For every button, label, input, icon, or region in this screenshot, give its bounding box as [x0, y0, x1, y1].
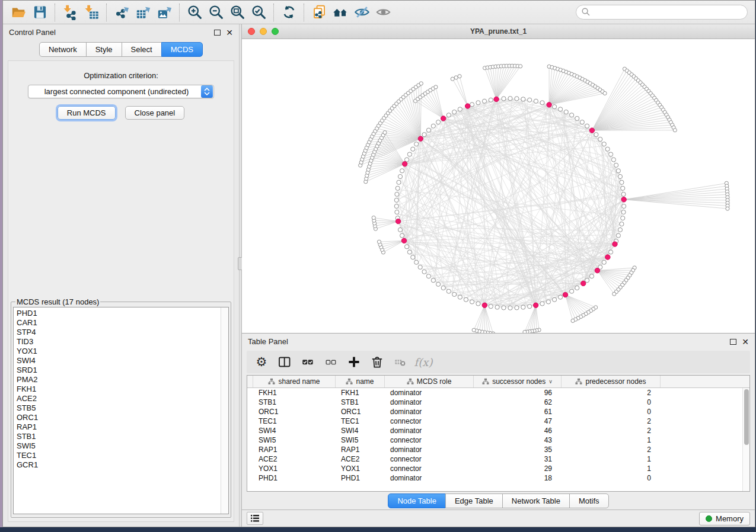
zoom-fit-button[interactable] — [227, 3, 248, 22]
tab-node-table[interactable]: Node Table — [388, 493, 446, 508]
tab-mcds[interactable]: MCDS — [161, 42, 203, 57]
cell-predecessor-nodes[interactable]: 2 — [562, 427, 661, 435]
table-row[interactable]: TEC1TEC1connector472 — [247, 416, 749, 426]
mcds-result-listbox[interactable]: PHD1CAR1STP4TID3YOX1SWI4SRD1PMA2FKH1ACE2… — [13, 307, 229, 514]
cell-predecessor-nodes[interactable]: 0 — [562, 408, 661, 416]
tab-style[interactable]: Style — [86, 42, 122, 57]
cell-predecessor-nodes[interactable]: 2 — [562, 417, 661, 425]
cell-shared-name[interactable]: YOX1 — [253, 464, 336, 473]
add-column-icon[interactable] — [345, 353, 363, 371]
cell-MCDS-role[interactable]: dominator — [385, 408, 474, 416]
table-row[interactable]: ORC1ORC1dominator610 — [247, 407, 749, 416]
cell-name[interactable]: PHD1 — [336, 474, 385, 482]
mcds-result-item[interactable]: ORC1 — [17, 413, 228, 422]
mcds-result-item[interactable]: YOX1 — [17, 347, 228, 356]
clone-network-button[interactable] — [308, 3, 330, 22]
column-header-shared-name[interactable]: shared name — [253, 376, 336, 387]
table-row[interactable]: SWI5SWI5connector431 — [247, 435, 749, 445]
cell-predecessor-nodes[interactable]: 0 — [562, 398, 661, 406]
cell-successor-nodes[interactable]: 43 — [474, 436, 562, 444]
save-session-button[interactable] — [29, 3, 50, 22]
cell-successor-nodes[interactable]: 61 — [474, 408, 562, 416]
cell-successor-nodes[interactable]: 18 — [474, 474, 562, 482]
mcds-result-item[interactable]: STB1 — [17, 432, 228, 441]
cell-shared-name[interactable]: SWI4 — [253, 427, 336, 435]
cell-shared-name[interactable]: PHD1 — [253, 474, 336, 482]
cell-successor-nodes[interactable]: 29 — [474, 464, 562, 473]
export-network-button[interactable] — [111, 3, 132, 22]
table-row[interactable]: RAP1RAP1dominator352 — [247, 445, 749, 454]
close-window-icon[interactable] — [248, 28, 255, 35]
export-image-button[interactable] — [154, 3, 175, 22]
mcds-list-scrollbar[interactable] — [221, 307, 228, 514]
cell-name[interactable]: TEC1 — [336, 417, 385, 425]
cell-name[interactable]: RAP1 — [336, 446, 385, 454]
cell-successor-nodes[interactable]: 96 — [474, 389, 562, 397]
show-all-button[interactable] — [372, 3, 394, 22]
mcds-result-item[interactable]: PHD1 — [17, 309, 228, 318]
cell-shared-name[interactable]: ORC1 — [253, 408, 336, 416]
cell-name[interactable]: STB1 — [336, 398, 385, 406]
column-header-successor-nodes[interactable]: successor nodes∨ — [474, 376, 562, 387]
cell-predecessor-nodes[interactable]: 1 — [562, 455, 661, 463]
mcds-result-item[interactable]: TEC1 — [17, 451, 228, 460]
tab-network-table[interactable]: Network Table — [502, 493, 570, 508]
float-panel-icon[interactable] — [214, 30, 221, 36]
table-scrollbar-thumb[interactable] — [744, 389, 749, 445]
cell-shared-name[interactable]: STB1 — [253, 398, 336, 406]
network-canvas[interactable] — [242, 39, 755, 333]
cell-name[interactable]: SWI4 — [336, 427, 385, 435]
cell-successor-nodes[interactable]: 47 — [474, 417, 562, 425]
maximize-window-icon[interactable] — [272, 28, 279, 35]
cell-name[interactable]: FKH1 — [336, 389, 385, 397]
cell-name[interactable]: YOX1 — [336, 464, 385, 473]
mcds-result-item[interactable]: SWI5 — [17, 441, 228, 451]
mcds-result-item[interactable]: SRD1 — [17, 366, 228, 375]
mcds-result-item[interactable]: SWI4 — [17, 356, 228, 366]
tab-network[interactable]: Network — [39, 42, 87, 57]
cell-MCDS-role[interactable]: dominator — [385, 427, 474, 435]
column-visibility-icon[interactable] — [276, 353, 294, 371]
run-mcds-button[interactable]: Run MCDS — [58, 106, 116, 120]
refresh-view-button[interactable] — [278, 3, 299, 22]
mcds-result-item[interactable]: TID3 — [17, 337, 228, 347]
cell-successor-nodes[interactable]: 31 — [474, 455, 562, 463]
zoom-out-button[interactable] — [205, 3, 227, 22]
table-scrollbar[interactable] — [742, 388, 749, 491]
select-all-rows-icon[interactable] — [299, 353, 317, 371]
zoom-in-button[interactable] — [184, 3, 205, 22]
first-neighbors-button[interactable] — [330, 3, 351, 22]
table-row[interactable]: FKH1FKH1dominator962 — [247, 388, 749, 398]
column-header-name[interactable]: name — [336, 376, 385, 387]
float-table-panel-icon[interactable] — [730, 339, 736, 345]
close-panel-button[interactable]: Close panel — [125, 106, 185, 120]
cell-MCDS-role[interactable]: dominator — [385, 474, 474, 482]
deselect-all-rows-icon[interactable] — [322, 353, 340, 371]
cell-MCDS-role[interactable]: connector — [385, 436, 474, 444]
mcds-result-item[interactable]: GCR1 — [17, 460, 228, 470]
cell-predecessor-nodes[interactable]: 1 — [562, 464, 661, 473]
mcds-result-item[interactable]: RAP1 — [17, 422, 228, 432]
mcds-result-item[interactable]: STP4 — [17, 328, 228, 337]
minimize-window-icon[interactable] — [260, 28, 267, 35]
cell-successor-nodes[interactable]: 35 — [474, 446, 562, 454]
table-row[interactable]: PHD1PHD1dominator180 — [247, 473, 749, 483]
cell-predecessor-nodes[interactable]: 0 — [562, 474, 661, 482]
import-table-button[interactable] — [81, 3, 102, 22]
cell-name[interactable]: ORC1 — [336, 408, 385, 416]
cell-successor-nodes[interactable]: 62 — [474, 398, 562, 406]
cell-MCDS-role[interactable]: dominator — [385, 389, 474, 397]
cell-predecessor-nodes[interactable]: 2 — [562, 446, 661, 454]
tab-select[interactable]: Select — [122, 42, 162, 57]
table-row[interactable]: ACE2ACE2connector311 — [247, 454, 749, 464]
cell-name[interactable]: SWI5 — [336, 436, 385, 444]
mcds-result-item[interactable]: CAR1 — [17, 318, 228, 328]
cell-predecessor-nodes[interactable]: 2 — [562, 389, 661, 397]
mcds-result-item[interactable]: FKH1 — [17, 384, 228, 394]
cell-MCDS-role[interactable]: connector — [385, 455, 474, 463]
column-header-predecessor-nodes[interactable]: predecessor nodes — [562, 376, 661, 387]
close-table-panel-icon[interactable]: ✕ — [742, 339, 749, 345]
tab-edge-table[interactable]: Edge Table — [445, 493, 503, 508]
mcds-result-item[interactable]: PMA2 — [17, 375, 228, 384]
cell-MCDS-role[interactable]: dominator — [385, 398, 474, 406]
